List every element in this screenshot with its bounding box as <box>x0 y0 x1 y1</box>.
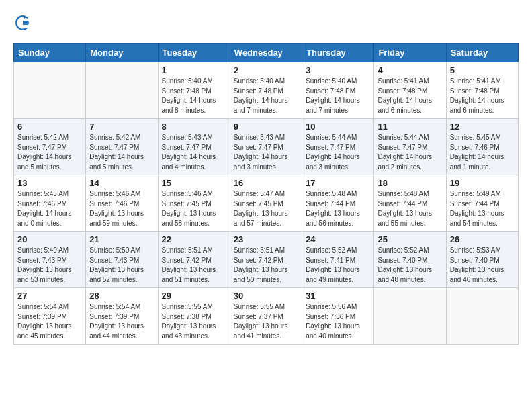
day-number: 13 <box>17 178 82 188</box>
calendar-day-cell: 1Sunrise: 5:40 AM Sunset: 7:48 PM Daylig… <box>158 62 230 119</box>
day-detail: Sunrise: 5:43 AM Sunset: 7:47 PM Dayligh… <box>234 133 298 172</box>
calendar-day-cell: 3Sunrise: 5:40 AM Sunset: 7:48 PM Daylig… <box>302 62 374 119</box>
day-number: 7 <box>89 122 154 132</box>
day-detail: Sunrise: 5:51 AM Sunset: 7:42 PM Dayligh… <box>162 246 226 285</box>
day-detail: Sunrise: 5:54 AM Sunset: 7:39 PM Dayligh… <box>17 302 82 341</box>
weekday-header: Saturday <box>446 44 518 62</box>
day-number: 16 <box>234 178 298 188</box>
day-number: 4 <box>378 65 442 75</box>
weekday-header: Thursday <box>302 44 374 62</box>
calendar-day-cell <box>14 62 86 119</box>
calendar-day-cell: 11Sunrise: 5:44 AM Sunset: 7:47 PM Dayli… <box>374 119 446 175</box>
day-number: 26 <box>450 234 515 244</box>
day-number: 10 <box>306 122 370 132</box>
day-number: 9 <box>234 122 298 132</box>
calendar-week-row: 13Sunrise: 5:45 AM Sunset: 7:46 PM Dayli… <box>14 175 519 232</box>
weekday-header: Sunday <box>14 44 86 62</box>
day-number: 8 <box>162 122 226 132</box>
calendar-week-row: 20Sunrise: 5:49 AM Sunset: 7:43 PM Dayli… <box>14 232 519 288</box>
day-number: 1 <box>162 65 226 75</box>
day-detail: Sunrise: 5:55 AM Sunset: 7:38 PM Dayligh… <box>162 302 226 341</box>
day-detail: Sunrise: 5:40 AM Sunset: 7:48 PM Dayligh… <box>234 77 298 116</box>
calendar-day-cell: 9Sunrise: 5:43 AM Sunset: 7:47 PM Daylig… <box>230 119 302 175</box>
day-detail: Sunrise: 5:56 AM Sunset: 7:36 PM Dayligh… <box>306 302 370 341</box>
day-detail: Sunrise: 5:50 AM Sunset: 7:43 PM Dayligh… <box>89 246 154 285</box>
weekday-header: Tuesday <box>158 44 230 62</box>
day-detail: Sunrise: 5:49 AM Sunset: 7:43 PM Dayligh… <box>17 246 82 285</box>
day-number: 25 <box>378 234 442 244</box>
calendar-day-cell: 27Sunrise: 5:54 AM Sunset: 7:39 PM Dayli… <box>14 288 86 345</box>
day-number: 15 <box>162 178 226 188</box>
weekday-header: Monday <box>86 44 158 62</box>
day-number: 3 <box>306 65 370 75</box>
calendar-table: SundayMondayTuesdayWednesdayThursdayFrid… <box>13 43 519 345</box>
calendar-day-cell: 14Sunrise: 5:46 AM Sunset: 7:46 PM Dayli… <box>86 175 158 232</box>
calendar-day-cell: 21Sunrise: 5:50 AM Sunset: 7:43 PM Dayli… <box>86 232 158 288</box>
calendar-day-cell: 30Sunrise: 5:55 AM Sunset: 7:37 PM Dayli… <box>230 288 302 345</box>
calendar-day-cell: 7Sunrise: 5:42 AM Sunset: 7:47 PM Daylig… <box>86 119 158 175</box>
calendar-day-cell: 15Sunrise: 5:46 AM Sunset: 7:45 PM Dayli… <box>158 175 230 232</box>
day-detail: Sunrise: 5:48 AM Sunset: 7:44 PM Dayligh… <box>378 189 442 228</box>
day-number: 27 <box>17 291 82 301</box>
day-detail: Sunrise: 5:52 AM Sunset: 7:41 PM Dayligh… <box>306 246 370 285</box>
calendar-week-row: 1Sunrise: 5:40 AM Sunset: 7:48 PM Daylig… <box>14 62 519 119</box>
day-detail: Sunrise: 5:40 AM Sunset: 7:48 PM Dayligh… <box>306 77 370 116</box>
day-detail: Sunrise: 5:54 AM Sunset: 7:39 PM Dayligh… <box>89 302 154 341</box>
day-number: 14 <box>89 178 154 188</box>
calendar-day-cell: 28Sunrise: 5:54 AM Sunset: 7:39 PM Dayli… <box>86 288 158 345</box>
calendar-day-cell: 31Sunrise: 5:56 AM Sunset: 7:36 PM Dayli… <box>302 288 374 345</box>
day-number: 21 <box>89 234 154 244</box>
day-detail: Sunrise: 5:40 AM Sunset: 7:48 PM Dayligh… <box>162 77 226 116</box>
day-detail: Sunrise: 5:46 AM Sunset: 7:46 PM Dayligh… <box>89 189 154 228</box>
weekday-header: Wednesday <box>230 44 302 62</box>
day-number: 6 <box>17 122 82 132</box>
calendar-day-cell: 24Sunrise: 5:52 AM Sunset: 7:41 PM Dayli… <box>302 232 374 288</box>
weekday-header-row: SundayMondayTuesdayWednesdayThursdayFrid… <box>14 44 519 62</box>
calendar-day-cell: 4Sunrise: 5:41 AM Sunset: 7:48 PM Daylig… <box>374 62 446 119</box>
day-number: 11 <box>378 122 442 132</box>
day-number: 22 <box>162 234 226 244</box>
day-number: 2 <box>234 65 298 75</box>
day-detail: Sunrise: 5:41 AM Sunset: 7:48 PM Dayligh… <box>450 77 515 116</box>
calendar-day-cell: 5Sunrise: 5:41 AM Sunset: 7:48 PM Daylig… <box>446 62 518 119</box>
calendar-week-row: 27Sunrise: 5:54 AM Sunset: 7:39 PM Dayli… <box>14 288 519 345</box>
day-number: 17 <box>306 178 370 188</box>
calendar-week-row: 6Sunrise: 5:42 AM Sunset: 7:47 PM Daylig… <box>14 119 519 175</box>
day-detail: Sunrise: 5:41 AM Sunset: 7:48 PM Dayligh… <box>378 77 442 116</box>
calendar-day-cell: 13Sunrise: 5:45 AM Sunset: 7:46 PM Dayli… <box>14 175 86 232</box>
day-number: 5 <box>450 65 515 75</box>
calendar-day-cell: 17Sunrise: 5:48 AM Sunset: 7:44 PM Dayli… <box>302 175 374 232</box>
day-detail: Sunrise: 5:43 AM Sunset: 7:47 PM Dayligh… <box>162 133 226 172</box>
day-detail: Sunrise: 5:42 AM Sunset: 7:47 PM Dayligh… <box>17 133 82 172</box>
day-detail: Sunrise: 5:46 AM Sunset: 7:45 PM Dayligh… <box>162 189 226 228</box>
calendar-day-cell: 26Sunrise: 5:53 AM Sunset: 7:40 PM Dayli… <box>446 232 518 288</box>
calendar-day-cell: 2Sunrise: 5:40 AM Sunset: 7:48 PM Daylig… <box>230 62 302 119</box>
day-detail: Sunrise: 5:44 AM Sunset: 7:47 PM Dayligh… <box>306 133 370 172</box>
calendar-day-cell: 19Sunrise: 5:49 AM Sunset: 7:44 PM Dayli… <box>446 175 518 232</box>
day-detail: Sunrise: 5:47 AM Sunset: 7:45 PM Dayligh… <box>234 189 298 228</box>
day-detail: Sunrise: 5:45 AM Sunset: 7:46 PM Dayligh… <box>17 189 82 228</box>
calendar-day-cell: 16Sunrise: 5:47 AM Sunset: 7:45 PM Dayli… <box>230 175 302 232</box>
weekday-header: Friday <box>374 44 446 62</box>
day-detail: Sunrise: 5:44 AM Sunset: 7:47 PM Dayligh… <box>378 133 442 172</box>
logo <box>13 13 35 32</box>
calendar-day-cell: 29Sunrise: 5:55 AM Sunset: 7:38 PM Dayli… <box>158 288 230 345</box>
day-detail: Sunrise: 5:53 AM Sunset: 7:40 PM Dayligh… <box>450 246 515 285</box>
calendar-day-cell <box>446 288 518 345</box>
day-number: 31 <box>306 291 370 301</box>
calendar-day-cell: 12Sunrise: 5:45 AM Sunset: 7:46 PM Dayli… <box>446 119 518 175</box>
calendar-day-cell: 8Sunrise: 5:43 AM Sunset: 7:47 PM Daylig… <box>158 119 230 175</box>
page-header <box>13 13 519 32</box>
day-detail: Sunrise: 5:48 AM Sunset: 7:44 PM Dayligh… <box>306 189 370 228</box>
day-detail: Sunrise: 5:55 AM Sunset: 7:37 PM Dayligh… <box>234 302 298 341</box>
calendar-day-cell: 18Sunrise: 5:48 AM Sunset: 7:44 PM Dayli… <box>374 175 446 232</box>
day-detail: Sunrise: 5:45 AM Sunset: 7:46 PM Dayligh… <box>450 133 515 172</box>
day-number: 18 <box>378 178 442 188</box>
calendar-day-cell: 20Sunrise: 5:49 AM Sunset: 7:43 PM Dayli… <box>14 232 86 288</box>
day-detail: Sunrise: 5:51 AM Sunset: 7:42 PM Dayligh… <box>234 246 298 285</box>
day-number: 30 <box>234 291 298 301</box>
day-number: 24 <box>306 234 370 244</box>
day-number: 20 <box>17 234 82 244</box>
day-number: 23 <box>234 234 298 244</box>
calendar-day-cell <box>374 288 446 345</box>
